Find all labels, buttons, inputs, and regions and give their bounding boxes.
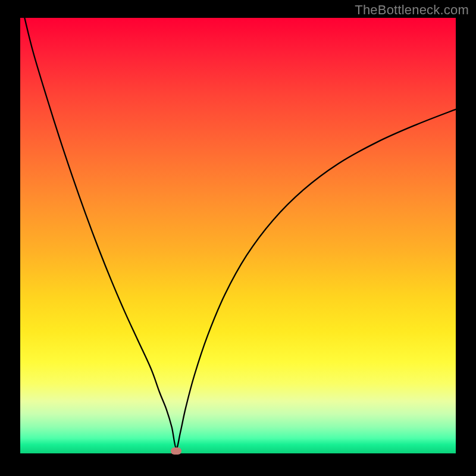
watermark-text: TheBottleneck.com: [355, 2, 469, 18]
curve-layer: [20, 18, 456, 453]
optimum-marker: [171, 447, 181, 455]
plot-area: [20, 18, 456, 453]
bottleneck-curve: [24, 18, 456, 448]
chart-stage: TheBottleneck.com: [0, 0, 476, 476]
